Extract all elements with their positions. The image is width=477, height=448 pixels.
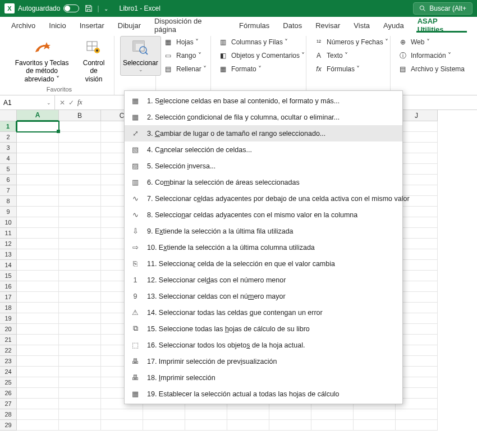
cell[interactable]	[17, 335, 59, 345]
cell[interactable]	[17, 420, 59, 431]
web-menu[interactable]: ⊕Web ˅	[396, 36, 467, 48]
cell[interactable]	[396, 409, 438, 420]
cell[interactable]	[269, 420, 311, 431]
select-menu-button[interactable]: Seleccionar ⌄	[120, 36, 161, 76]
menu-item-7[interactable]: ∿7. Seleccionar celdas adyacentes por de…	[125, 190, 402, 207]
menu-item-2[interactable]: ▦2. Selección condicional de fila y colu…	[125, 109, 402, 125]
cell[interactable]	[59, 420, 101, 431]
cell[interactable]	[59, 399, 101, 409]
menu-item-14[interactable]: ⚠14. Seleccionar todas las celdas que co…	[125, 304, 402, 321]
cell[interactable]	[59, 409, 101, 420]
row-header[interactable]: 6	[0, 175, 17, 185]
cell[interactable]	[269, 409, 311, 420]
texto-menu[interactable]: ATexto ˅	[312, 49, 391, 62]
cell[interactable]	[59, 185, 101, 196]
rellenar-menu[interactable]: ▤Rellenar ˅	[162, 63, 209, 75]
rango-menu[interactable]: ▭Rango ˅	[162, 49, 209, 62]
cell[interactable]	[59, 388, 101, 399]
numeros-fechas-menu[interactable]: ¹²Números y Fechas ˅	[312, 36, 391, 48]
cell[interactable]	[59, 356, 101, 367]
tab-fórmulas[interactable]: Fórmulas	[232, 17, 276, 34]
menu-item-10[interactable]: ⇨10. Extiende la selección a la última c…	[125, 239, 402, 255]
autosave-toggle[interactable]: Autoguardado	[18, 4, 79, 12]
hojas-menu[interactable]: ▦Hojas ˅	[162, 36, 209, 48]
row-header[interactable]: 29	[0, 420, 17, 431]
cell[interactable]	[59, 196, 101, 207]
cell[interactable]	[227, 409, 269, 420]
row-header[interactable]: 21	[0, 335, 17, 345]
row-header[interactable]: 5	[0, 164, 17, 175]
tab-ayuda[interactable]: Ayuda	[377, 17, 411, 34]
cell[interactable]	[101, 420, 143, 431]
objetos-comentarios-menu[interactable]: ◧Objetos y Comentarios ˅	[217, 49, 307, 62]
menu-item-17[interactable]: 🖶17. Imprimir selección de previsualizac…	[125, 353, 402, 369]
cell[interactable]	[59, 313, 101, 324]
vision-control-button[interactable]: Control de visión	[79, 36, 108, 86]
column-header[interactable]: B	[59, 110, 101, 121]
cell[interactable]	[17, 356, 59, 367]
menu-item-5[interactable]: ▨5. Selección inversa...	[125, 158, 402, 174]
cell[interactable]	[59, 324, 101, 335]
cell[interactable]	[59, 260, 101, 271]
formulas-menu[interactable]: fxFórmulas ˅	[312, 63, 391, 75]
menu-item-13[interactable]: 913. Seleccionar celdas con el número ma…	[125, 288, 402, 304]
row-header[interactable]: 1	[0, 121, 17, 132]
row-header[interactable]: 11	[0, 228, 17, 239]
menu-item-12[interactable]: 112. Seleccionar celdas con el número me…	[125, 272, 402, 288]
cell[interactable]	[17, 164, 59, 175]
column-header[interactable]: A	[17, 110, 59, 121]
row-header[interactable]: 26	[0, 388, 17, 399]
cell[interactable]	[59, 303, 101, 313]
cell[interactable]	[185, 409, 227, 420]
cell[interactable]	[17, 281, 59, 292]
tab-asap-utilities[interactable]: ASAP Utilities	[411, 17, 473, 34]
cell[interactable]	[17, 367, 59, 377]
row-header[interactable]: 19	[0, 313, 17, 324]
cell[interactable]	[17, 239, 59, 249]
row-header[interactable]: 27	[0, 399, 17, 409]
cell[interactable]	[59, 121, 101, 132]
cell[interactable]	[59, 335, 101, 345]
menu-item-16[interactable]: ⬚16. Seleccionar todos los objetos de la…	[125, 337, 402, 353]
cell[interactable]	[17, 175, 59, 185]
menu-item-11[interactable]: ⎘11. Seleccionar celda de la selección e…	[125, 255, 402, 272]
row-header[interactable]: 8	[0, 196, 17, 207]
tab-datos[interactable]: Datos	[276, 17, 309, 34]
formato-menu[interactable]: ▦Formato ˅	[217, 63, 307, 75]
row-header[interactable]: 24	[0, 367, 17, 377]
tab-inicio[interactable]: Inicio	[42, 17, 72, 34]
cell[interactable]	[59, 292, 101, 303]
row-header[interactable]: 13	[0, 249, 17, 260]
accept-formula-icon[interactable]: ✓	[68, 99, 74, 107]
cell[interactable]	[17, 303, 59, 313]
row-header[interactable]: 18	[0, 303, 17, 313]
cell[interactable]	[311, 420, 354, 431]
cell[interactable]	[17, 132, 59, 143]
cell[interactable]	[17, 271, 59, 281]
cell[interactable]	[59, 164, 101, 175]
cell[interactable]	[17, 313, 59, 324]
cell[interactable]	[17, 345, 59, 356]
menu-item-15[interactable]: ⧉15. Seleccione todas las hojas de cálcu…	[125, 321, 402, 337]
row-header[interactable]: 2	[0, 132, 17, 143]
cell[interactable]	[59, 377, 101, 388]
row-header[interactable]: 7	[0, 185, 17, 196]
save-icon[interactable]	[85, 4, 93, 12]
informacion-menu[interactable]: ⓘInformación ˅	[396, 49, 467, 62]
menu-item-18[interactable]: 🖶18. Imprimir selección	[125, 369, 402, 386]
cell[interactable]	[59, 271, 101, 281]
cell[interactable]	[59, 228, 101, 239]
cell[interactable]	[59, 175, 101, 185]
menu-item-8[interactable]: ∿8. Seleccionar celdas adyacentes con el…	[125, 207, 402, 223]
cell[interactable]	[185, 420, 227, 431]
cell[interactable]	[59, 239, 101, 249]
row-header[interactable]: 23	[0, 356, 17, 367]
cell[interactable]	[17, 196, 59, 207]
menu-item-3[interactable]: ⤢3. Cambiar de lugar o de tamaño el rang…	[125, 125, 402, 141]
row-header[interactable]: 22	[0, 345, 17, 356]
tab-dibujar[interactable]: Dibujar	[111, 17, 148, 34]
cell[interactable]	[101, 409, 143, 420]
cancel-formula-icon[interactable]: ✕	[59, 99, 65, 107]
row-header[interactable]: 4	[0, 153, 17, 164]
row-header[interactable]: 3	[0, 143, 17, 153]
